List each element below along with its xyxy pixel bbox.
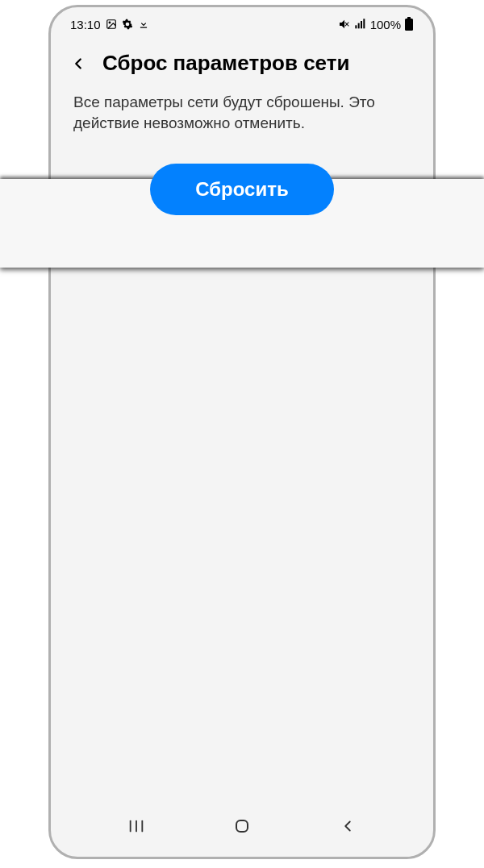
svg-rect-7 xyxy=(407,17,411,19)
reset-button[interactable]: Сбросить xyxy=(150,164,333,215)
back-button[interactable] xyxy=(67,52,90,75)
status-right: 100% xyxy=(338,17,414,31)
image-icon xyxy=(106,19,117,30)
volume-mute-icon xyxy=(338,18,351,31)
content-spacer xyxy=(51,230,433,799)
signal-icon xyxy=(354,18,367,31)
battery-percent: 100% xyxy=(370,18,401,31)
back-nav-button[interactable] xyxy=(335,813,361,839)
status-time: 13:10 xyxy=(70,18,101,31)
gear-icon xyxy=(122,19,133,30)
battery-icon xyxy=(404,17,414,31)
svg-rect-3 xyxy=(357,23,359,29)
svg-rect-4 xyxy=(361,21,362,28)
header: Сброс параметров сети xyxy=(51,38,433,85)
recent-apps-button[interactable] xyxy=(123,813,149,839)
svg-rect-5 xyxy=(363,19,365,28)
navigation-bar xyxy=(51,799,433,857)
svg-point-1 xyxy=(109,22,111,23)
svg-rect-11 xyxy=(236,820,248,832)
status-left: 13:10 xyxy=(70,18,149,31)
description-text: Все параметры сети будут сброшены. Это д… xyxy=(51,85,433,149)
status-bar: 13:10 xyxy=(51,7,433,38)
svg-rect-2 xyxy=(355,25,357,28)
svg-rect-6 xyxy=(405,19,413,31)
page-title: Сброс параметров сети xyxy=(102,51,349,76)
button-container: Сбросить xyxy=(51,149,433,230)
phone-frame: 13:10 xyxy=(48,5,436,859)
download-icon xyxy=(138,19,149,30)
home-button[interactable] xyxy=(229,813,255,839)
